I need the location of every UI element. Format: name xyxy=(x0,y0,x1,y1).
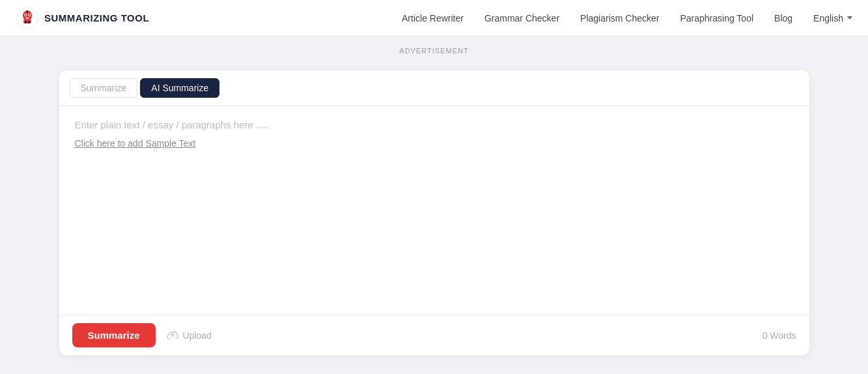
language-label: English xyxy=(813,13,843,23)
svg-rect-8 xyxy=(27,10,28,13)
main-content: Summarize AI Summarize Enter plain text … xyxy=(44,70,825,355)
advertisement-banner: ADVERTISEMENT xyxy=(0,36,868,60)
svg-point-6 xyxy=(29,14,30,16)
tool-card: Summarize AI Summarize Enter plain text … xyxy=(59,70,809,355)
tab-ai-summarize[interactable]: AI Summarize xyxy=(140,78,219,98)
main-nav: Article Rewriter Grammar Checker Plagiar… xyxy=(402,13,852,23)
upload-label: Upload xyxy=(183,330,212,341)
svg-rect-10 xyxy=(28,21,30,23)
logo-area: SUMMARIZING TOOL xyxy=(16,7,402,30)
text-input-area[interactable]: Enter plain text / essay / paragraphs he… xyxy=(59,106,809,315)
word-count: 0 Words xyxy=(763,330,796,341)
summarize-button[interactable]: Summarize xyxy=(72,323,156,347)
chevron-down-icon xyxy=(847,16,852,20)
sample-text-link[interactable]: Click here to add Sample Text xyxy=(75,138,794,149)
nav-article-rewriter[interactable]: Article Rewriter xyxy=(402,13,464,23)
svg-rect-9 xyxy=(25,21,27,23)
upload-area[interactable]: Upload xyxy=(166,329,212,342)
nav-blog[interactable]: Blog xyxy=(774,13,792,23)
tabs-bar: Summarize AI Summarize xyxy=(59,70,809,106)
app-header: SUMMARIZING TOOL Article Rewriter Gramma… xyxy=(0,0,868,36)
nav-plagiarism-checker[interactable]: Plagiarism Checker xyxy=(580,13,659,23)
language-selector[interactable]: English xyxy=(813,13,852,23)
upload-icon xyxy=(166,329,179,342)
svg-point-5 xyxy=(25,14,26,16)
nav-paraphrasing-tool[interactable]: Paraphrasing Tool xyxy=(680,13,753,23)
svg-rect-7 xyxy=(26,18,29,19)
tab-summarize[interactable]: Summarize xyxy=(70,78,138,98)
editor-placeholder: Enter plain text / essay / paragraphs he… xyxy=(75,119,794,130)
advertisement-label: ADVERTISEMENT xyxy=(399,47,468,55)
logo-icon xyxy=(16,7,39,30)
svg-rect-2 xyxy=(23,20,31,23)
nav-grammar-checker[interactable]: Grammar Checker xyxy=(484,13,559,23)
tool-footer: Summarize Upload 0 Words xyxy=(59,315,809,355)
logo-text: SUMMARIZING TOOL xyxy=(44,12,149,23)
